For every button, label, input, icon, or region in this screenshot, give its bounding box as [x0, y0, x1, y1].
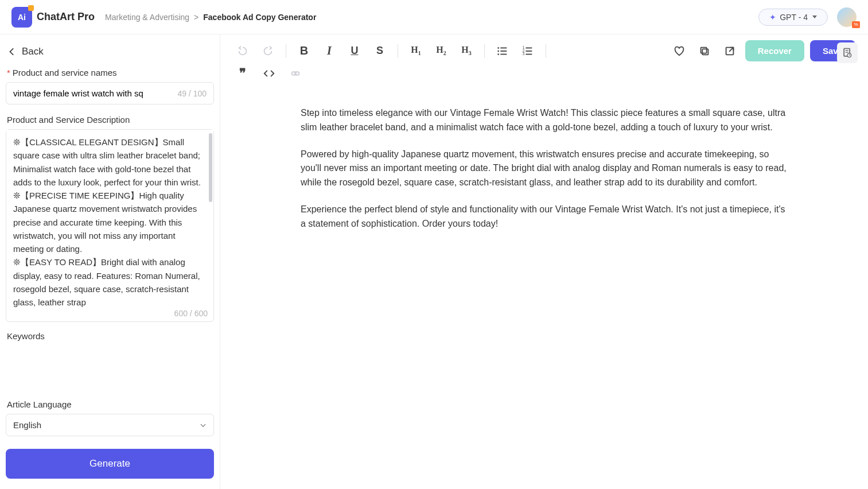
copy-icon	[698, 45, 711, 57]
chevron-left-icon	[8, 48, 16, 56]
separator	[484, 44, 485, 58]
breadcrumb-category[interactable]: Marketing & Advertising	[105, 13, 189, 22]
svg-point-0	[497, 47, 499, 49]
italic-button[interactable]: I	[320, 41, 339, 61]
heart-icon	[673, 45, 686, 57]
chevron-down-icon	[200, 422, 207, 429]
svg-rect-11	[526, 53, 532, 55]
bold-icon: B	[300, 44, 308, 57]
editor-toolbar: B I U S H1 H2 H3 123 Recover Save	[220, 34, 868, 64]
svg-rect-3	[500, 51, 507, 52]
ordered-list-icon: 123	[521, 45, 534, 57]
logo-icon: Ai	[11, 7, 32, 28]
redo-icon	[262, 45, 274, 57]
h3-button[interactable]: H3	[457, 41, 476, 61]
svg-rect-1	[500, 47, 507, 48]
recover-button[interactable]: Recover	[745, 40, 804, 61]
undo-icon	[236, 45, 249, 57]
document-clock-icon	[842, 47, 853, 59]
language-label: Article Language	[7, 399, 214, 409]
brand-block[interactable]: Ai ChatArt Pro	[11, 7, 95, 28]
description-field[interactable]: 600 / 600	[6, 129, 214, 322]
svg-text:3: 3	[523, 52, 525, 56]
h1-icon: H1	[411, 45, 421, 56]
product-name-counter: 49 / 100	[177, 89, 207, 98]
avatar[interactable]: %	[837, 7, 857, 27]
separator	[286, 44, 286, 58]
scrollbar[interactable]	[209, 133, 212, 309]
strike-icon: S	[376, 45, 383, 57]
scrollbar-thumb[interactable]	[209, 133, 212, 202]
bullet-list-icon	[496, 45, 509, 57]
code-button[interactable]	[259, 64, 279, 83]
italic-icon: I	[327, 44, 332, 57]
avatar-badge: %	[852, 21, 860, 28]
editor-toolbar-row2: ❞	[220, 64, 868, 89]
code-icon	[263, 67, 275, 80]
link-icon	[289, 67, 302, 80]
chevron-down-icon	[812, 15, 817, 18]
history-button[interactable]	[837, 42, 858, 63]
svg-rect-12	[702, 49, 708, 55]
breadcrumb: Marketing & Advertising > Facebook Ad Co…	[105, 13, 316, 22]
svg-point-2	[497, 50, 499, 52]
paragraph: Step into timeless elegance with our Vin…	[301, 106, 788, 135]
favorite-button[interactable]	[670, 41, 689, 61]
keywords-label: Keywords	[7, 331, 214, 341]
back-label: Back	[22, 46, 44, 57]
strike-button[interactable]: S	[370, 41, 390, 61]
product-name-input[interactable]	[13, 88, 177, 98]
spark-icon: ✦	[769, 13, 776, 22]
underline-icon: U	[351, 45, 359, 57]
editor-pane: B I U S H1 H2 H3 123 Recover Save ❞	[220, 34, 868, 489]
description-textarea[interactable]	[6, 130, 213, 308]
h2-icon: H2	[436, 45, 446, 56]
sidebar: Back *Product and service names 49 / 100…	[0, 34, 220, 489]
editor-content[interactable]: Step into timeless elegance with our Vin…	[220, 89, 868, 489]
description-counter: 600 / 600	[6, 308, 213, 321]
back-button[interactable]: Back	[6, 42, 214, 64]
breadcrumb-sep: >	[194, 13, 198, 22]
svg-rect-13	[700, 47, 706, 53]
breadcrumb-current: Facebook Ad Copy Generator	[203, 13, 316, 22]
h1-button[interactable]: H1	[406, 41, 426, 61]
brand-name: ChatArt Pro	[37, 11, 95, 23]
separator	[546, 44, 546, 58]
product-name-label: *Product and service names	[7, 68, 214, 77]
quote-button[interactable]: ❞	[233, 64, 252, 83]
paragraph: Experience the perfect blend of style an…	[301, 203, 788, 231]
export-button[interactable]	[720, 41, 739, 61]
bold-button[interactable]: B	[294, 41, 314, 61]
copy-button[interactable]	[695, 41, 714, 61]
language-select[interactable]: English	[6, 414, 214, 436]
paragraph: Powered by high-quality Japanese quartz …	[301, 148, 788, 190]
model-selector[interactable]: ✦ GPT - 4	[758, 9, 828, 26]
undo-button[interactable]	[233, 41, 252, 61]
description-label: Product and Service Description	[7, 115, 214, 125]
model-label: GPT - 4	[780, 13, 808, 22]
bullet-list-button[interactable]	[493, 41, 512, 61]
svg-rect-5	[500, 53, 507, 55]
product-name-field[interactable]: 49 / 100	[6, 82, 214, 104]
redo-button[interactable]	[258, 41, 278, 61]
generate-button[interactable]: Generate	[6, 449, 214, 479]
link-button[interactable]	[286, 64, 305, 83]
separator	[398, 44, 398, 58]
ordered-list-button[interactable]: 123	[518, 41, 538, 61]
underline-button[interactable]: U	[345, 41, 364, 61]
svg-rect-7	[526, 47, 532, 48]
language-value: English	[13, 420, 41, 430]
svg-point-4	[497, 53, 499, 55]
h3-icon: H3	[461, 45, 471, 56]
quote-icon: ❞	[239, 66, 246, 81]
app-header: Ai ChatArt Pro Marketing & Advertising >…	[0, 0, 868, 34]
svg-rect-9	[526, 51, 532, 52]
h2-button[interactable]: H2	[431, 41, 451, 61]
export-icon	[723, 45, 736, 57]
